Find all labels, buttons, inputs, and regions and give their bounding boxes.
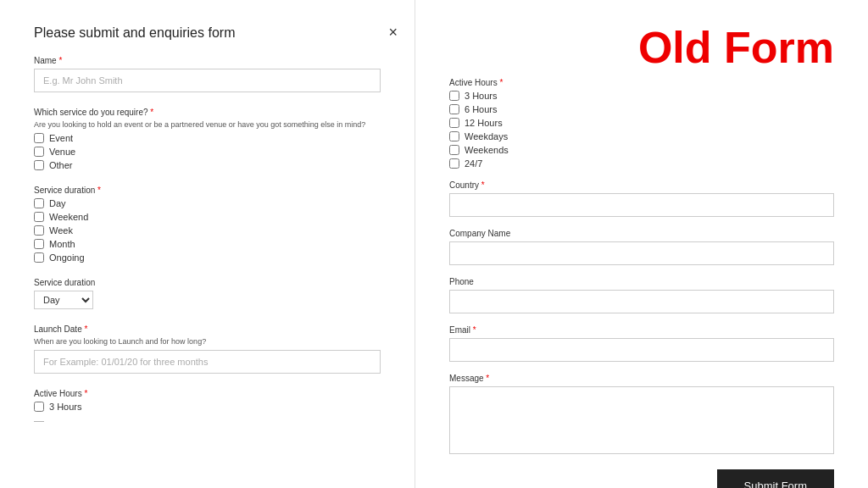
service-event-label: Event <box>49 133 73 143</box>
company-name-input[interactable] <box>449 241 834 265</box>
service-option-venue: Venue <box>34 147 381 157</box>
duration-month-label: Month <box>49 239 75 249</box>
company-name-label: Company Name <box>449 229 834 238</box>
close-button[interactable]: × <box>388 24 398 42</box>
service-duration-select-label: Service duration <box>34 278 381 287</box>
old-form-heading: Old Form <box>449 25 834 69</box>
duration-ongoing: Ongoing <box>34 252 381 263</box>
duration-week: Week <box>34 225 381 236</box>
service-duration-check-label: Service duration * <box>34 186 381 195</box>
message-label: Message * <box>449 374 834 383</box>
duration-week-label: Week <box>49 225 73 236</box>
left-active-3h-label: 3 Hours <box>49 402 82 412</box>
right-active-hours-group: Active Hours * 3 Hours 6 Hours 12 Hours <box>449 78 834 169</box>
service-other-label: Other <box>49 160 73 170</box>
message-field-group: Message * <box>449 374 834 458</box>
right-active-12h-checkbox[interactable] <box>449 118 459 128</box>
service-venue-label: Venue <box>49 147 75 157</box>
duration-weekend-label: Weekend <box>49 212 88 222</box>
right-active-weekends-checkbox[interactable] <box>449 145 459 155</box>
right-active-weekdays: Weekdays <box>449 131 834 141</box>
form-title: Please submit and enquiries form <box>34 25 381 41</box>
service-other-checkbox[interactable] <box>34 160 44 170</box>
right-active-247-label: 24/7 <box>465 158 482 169</box>
service-options-group: Event Venue Other <box>34 133 381 170</box>
left-active-3h-checkbox[interactable] <box>34 402 44 412</box>
phone-field-group: Phone <box>449 277 834 313</box>
right-active-weekends-label: Weekends <box>465 145 509 155</box>
right-active-3h-label: 3 Hours <box>465 91 498 101</box>
service-venue-checkbox[interactable] <box>34 147 44 157</box>
right-active-weekdays-checkbox[interactable] <box>449 131 459 141</box>
right-active-3h: 3 Hours <box>449 91 834 101</box>
company-name-field-group: Company Name <box>449 229 834 265</box>
launch-date-input[interactable] <box>34 350 381 374</box>
phone-label: Phone <box>449 277 834 286</box>
service-option-event: Event <box>34 133 381 143</box>
service-duration-select[interactable]: Day Weekend Week Month <box>34 291 93 309</box>
duration-week-checkbox[interactable] <box>34 225 44 236</box>
right-panel: Old Form Active Hours * 3 Hours 6 Hours … <box>415 0 868 488</box>
duration-day-label: Day <box>49 198 66 208</box>
right-active-hours-label: Active Hours * <box>449 78 834 87</box>
name-input[interactable] <box>34 69 381 92</box>
right-active-weekends: Weekends <box>449 145 834 155</box>
submit-button[interactable]: Submit Form <box>717 469 834 488</box>
service-option-other: Other <box>34 160 381 170</box>
right-active-12h: 12 Hours <box>449 118 834 128</box>
name-field-group: Name * <box>34 56 381 92</box>
service-sublabel: Are you looking to hold an event or be a… <box>34 120 381 129</box>
right-active-3h-checkbox[interactable] <box>449 91 459 101</box>
duration-options-group: Day Weekend Week Month Ongoing <box>34 198 381 263</box>
right-active-6h-checkbox[interactable] <box>449 104 459 114</box>
launch-date-sublabel: When are you looking to Launch and for h… <box>34 337 381 346</box>
service-label: Which service do you require? * <box>34 108 381 117</box>
left-active-3h: 3 Hours <box>34 402 381 412</box>
left-active-hours-options: 3 Hours — <box>34 402 381 427</box>
left-active-hours-label: Active Hours * <box>34 389 381 398</box>
duration-ongoing-label: Ongoing <box>49 252 85 263</box>
duration-day-checkbox[interactable] <box>34 198 44 208</box>
launch-date-label: Launch Date * <box>34 324 381 334</box>
launch-date-field-group: Launch Date * When are you looking to La… <box>34 324 381 374</box>
duration-weekend: Weekend <box>34 212 381 222</box>
left-panel: Please submit and enquiries form × Name … <box>0 0 415 488</box>
left-active-hours-more: — <box>34 415 381 427</box>
right-active-247: 24/7 <box>449 158 834 169</box>
duration-month-checkbox[interactable] <box>34 239 44 249</box>
left-active-hours-group: Active Hours * 3 Hours — <box>34 389 381 427</box>
name-label: Name * <box>34 56 381 65</box>
duration-month: Month <box>34 239 381 249</box>
duration-weekend-checkbox[interactable] <box>34 212 44 222</box>
service-event-checkbox[interactable] <box>34 133 44 143</box>
service-field-group: Which service do you require? * Are you … <box>34 108 381 170</box>
duration-ongoing-checkbox[interactable] <box>34 252 44 263</box>
right-active-247-checkbox[interactable] <box>449 158 459 169</box>
email-input[interactable] <box>449 338 834 362</box>
right-active-6h-label: 6 Hours <box>465 104 498 114</box>
service-duration-select-group: Service duration Day Weekend Week Month <box>34 278 381 309</box>
message-input[interactable] <box>449 386 834 454</box>
duration-day: Day <box>34 198 381 208</box>
service-duration-check-group: Service duration * Day Weekend Week Mon <box>34 186 381 263</box>
right-active-6h: 6 Hours <box>449 104 834 114</box>
right-active-hours-options: 3 Hours 6 Hours 12 Hours Weekdays Weeken… <box>449 91 834 169</box>
email-label: Email * <box>449 325 834 335</box>
country-label: Country * <box>449 180 834 190</box>
country-field-group: Country * <box>449 180 834 217</box>
right-active-12h-label: 12 Hours <box>465 118 503 128</box>
country-input[interactable] <box>449 193 834 217</box>
phone-input[interactable] <box>449 290 834 313</box>
right-active-weekdays-label: Weekdays <box>465 131 508 141</box>
email-field-group: Email * <box>449 325 834 362</box>
